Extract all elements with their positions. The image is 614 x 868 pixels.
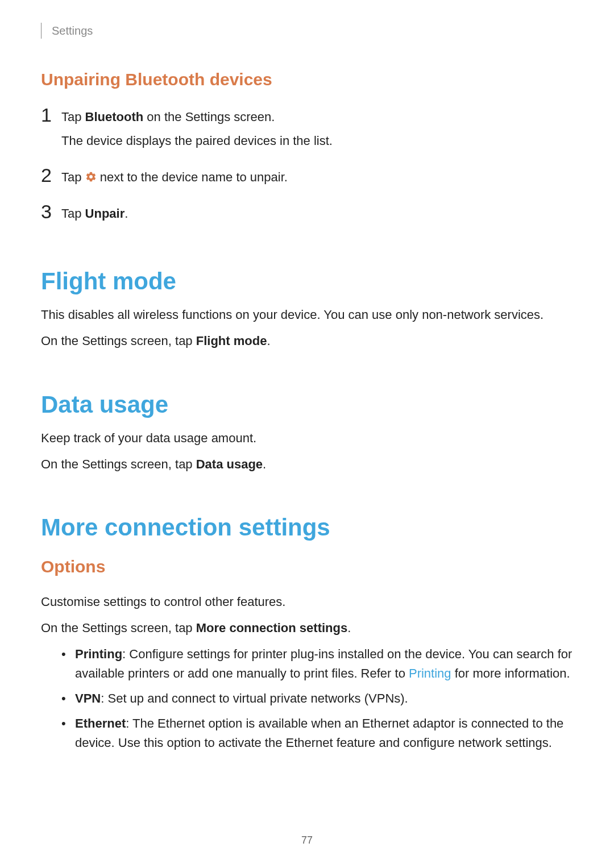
bullet-printing: Printing: Configure settings for printer… [61,645,573,683]
link-printing[interactable]: Printing [409,666,451,680]
step-number: 1 [41,105,61,124]
step-1: 1 Tap Bluetooth on the Settings screen. … [41,105,573,155]
step-2: 2 Tap next to the device name to unpair. [41,165,573,192]
page-content: Settings Unpairing Bluetooth devices 1 T… [0,0,614,753]
step-number: 3 [41,202,61,221]
bullet-vpn: VPN: Set up and connect to virtual priva… [61,689,573,708]
gear-icon [85,171,97,182]
heading-more-connection: More connection settings [41,514,573,541]
more-para-1: Customise settings to control other feat… [41,592,573,612]
step-number: 2 [41,165,61,185]
step-line: Tap Bluetooth on the Settings screen. [61,107,333,127]
step-body: Tap Unpair. [61,202,128,228]
step-line: Tap Unpair. [61,204,128,223]
unpair-steps: 1 Tap Bluetooth on the Settings screen. … [41,105,573,228]
page-number: 77 [0,834,614,846]
header-section-label: Settings [41,23,573,39]
heading-options: Options [41,557,573,576]
more-bullets: Printing: Configure settings for printer… [41,645,573,753]
step-line: The device displays the paired devices i… [61,131,333,151]
step-body: Tap Bluetooth on the Settings screen. Th… [61,105,333,155]
datausage-para-1: Keep track of your data usage amount. [41,429,573,448]
heading-flight-mode: Flight mode [41,268,573,295]
step-body: Tap next to the device name to unpair. [61,165,288,192]
step-3: 3 Tap Unpair. [41,202,573,228]
flight-para-1: This disables all wireless functions on … [41,305,573,325]
step-line: Tap next to the device name to unpair. [61,168,288,187]
bullet-ethernet: Ethernet: The Ethernet option is availab… [61,714,573,753]
flight-para-2: On the Settings screen, tap Flight mode. [41,331,573,351]
heading-unpairing: Unpairing Bluetooth devices [41,70,573,89]
heading-data-usage: Data usage [41,391,573,418]
more-para-2: On the Settings screen, tap More connect… [41,618,573,638]
datausage-para-2: On the Settings screen, tap Data usage. [41,455,573,474]
